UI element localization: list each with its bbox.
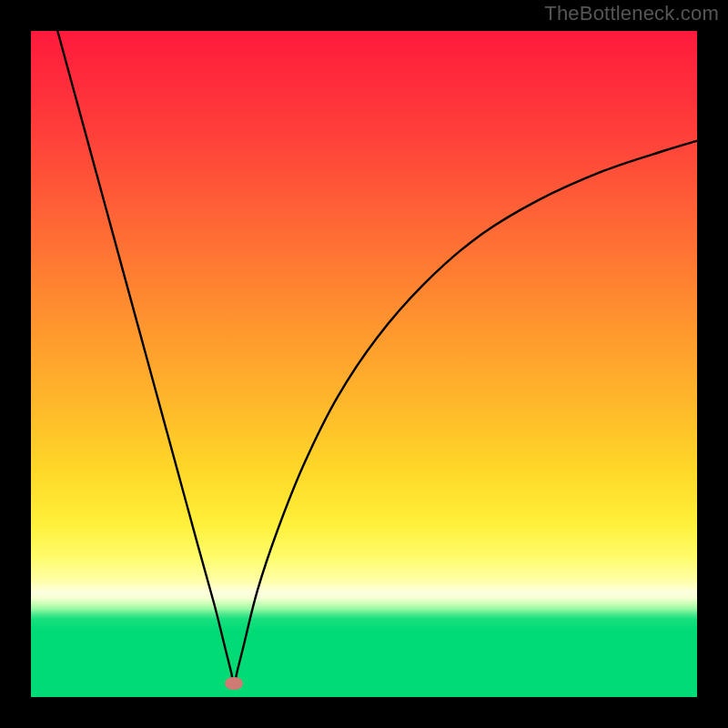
watermark-text: TheBottleneck.com: [544, 2, 719, 25]
bottleneck-curve: [57, 31, 697, 683]
curve-layer: [31, 31, 697, 697]
plot-area: [31, 31, 697, 697]
optimum-marker: [225, 677, 243, 690]
chart-frame: TheBottleneck.com: [0, 0, 728, 728]
